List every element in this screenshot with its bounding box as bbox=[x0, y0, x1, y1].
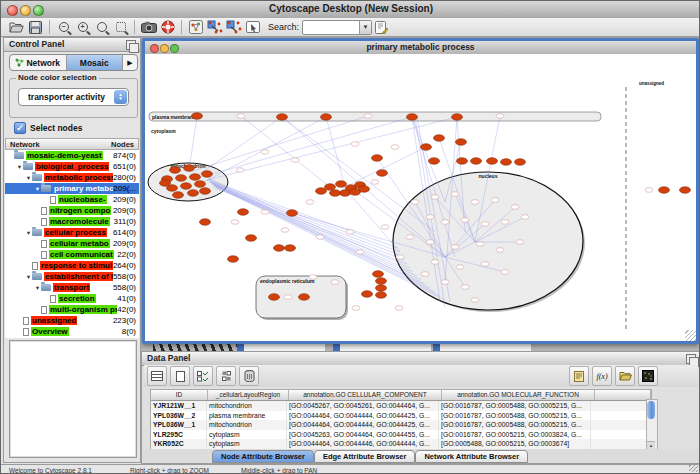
network-edge[interactable] bbox=[205, 117, 412, 176]
network-node-selected-color[interactable] bbox=[184, 165, 195, 172]
tree-row[interactable]: cell communicat22(0) bbox=[5, 249, 139, 260]
network-node[interactable] bbox=[371, 180, 379, 185]
open-file-icon[interactable] bbox=[7, 19, 26, 36]
network-node[interactable] bbox=[431, 195, 439, 200]
network-node[interactable] bbox=[516, 240, 524, 245]
network-edge[interactable] bbox=[212, 183, 417, 276]
network-node[interactable] bbox=[456, 265, 464, 270]
help-icon[interactable] bbox=[158, 19, 177, 36]
network-edge[interactable] bbox=[207, 117, 457, 180]
tab-node-attribute-browser[interactable]: Node Attribute Browser bbox=[212, 450, 314, 463]
network-edge[interactable] bbox=[345, 147, 426, 187]
network-node-selected-color[interactable] bbox=[202, 171, 213, 178]
create-attribute-icon[interactable] bbox=[170, 366, 190, 386]
view-resize-grip[interactable] bbox=[685, 330, 696, 341]
network-node-selected-color[interactable] bbox=[246, 235, 257, 242]
snapshot-icon[interactable] bbox=[139, 19, 158, 36]
search-input[interactable] bbox=[303, 22, 359, 33]
tab-network[interactable]: Network bbox=[10, 55, 67, 70]
birdseye-view[interactable] bbox=[9, 340, 137, 458]
network-node-selected-color[interactable] bbox=[299, 294, 310, 301]
network-node-selected-color[interactable] bbox=[456, 139, 467, 146]
network-node[interactable] bbox=[461, 285, 469, 290]
tree-row[interactable]: macromolecule311(0) bbox=[5, 216, 139, 227]
network-node[interactable] bbox=[364, 114, 372, 119]
network-node-selected-color[interactable] bbox=[316, 188, 327, 195]
network-node[interactable] bbox=[441, 280, 449, 285]
network-node[interactable] bbox=[521, 215, 529, 220]
network-canvas[interactable]: plasma membranecytoplasmmitochondrionnuc… bbox=[145, 54, 696, 341]
network-node[interactable] bbox=[431, 260, 439, 265]
network-node-selected-color[interactable] bbox=[274, 245, 285, 252]
network-node[interactable] bbox=[391, 145, 399, 150]
column-header[interactable]: _cellularLayoutRegion bbox=[208, 390, 289, 400]
network-node[interactable] bbox=[471, 298, 479, 303]
network-node-selected-color[interactable] bbox=[287, 210, 298, 217]
network-node[interactable] bbox=[306, 200, 314, 205]
network-node[interactable] bbox=[471, 200, 479, 205]
tree-row[interactable]: ▼cellular process614(0) bbox=[5, 227, 139, 238]
zoom-fit-icon[interactable] bbox=[111, 19, 130, 36]
network-node-selected-color[interactable] bbox=[336, 181, 347, 188]
network-node[interactable] bbox=[501, 270, 509, 275]
table-row[interactable]: YLR295Ccytoplasm[GO:0045263, GO:0044464,… bbox=[151, 430, 651, 440]
network-node[interactable] bbox=[309, 275, 317, 280]
select-nodes-checkbox[interactable]: ✓ bbox=[14, 122, 26, 134]
network-node[interactable] bbox=[291, 158, 299, 163]
float-panel-icon[interactable] bbox=[126, 40, 136, 50]
apply-layout-alt-icon[interactable] bbox=[224, 19, 243, 36]
network-node-selected-color[interactable] bbox=[200, 188, 211, 195]
network-node-selected-color[interactable] bbox=[377, 170, 388, 177]
network-node[interactable] bbox=[411, 200, 419, 205]
network-node-selected-color[interactable] bbox=[181, 183, 192, 190]
network-node-selected-color[interactable] bbox=[501, 159, 512, 166]
network-node-selected-color[interactable] bbox=[429, 158, 440, 165]
network-node[interactable] bbox=[396, 255, 404, 260]
network-node[interactable] bbox=[236, 168, 244, 173]
attribute-batch-icon[interactable] bbox=[193, 366, 213, 386]
edit-search-icon[interactable] bbox=[372, 19, 391, 36]
table-row[interactable]: YPL036W__1mitochondrion[GO:0044464, GO:0… bbox=[151, 420, 651, 430]
table-row[interactable]: YJR121W__1mitochondrion[GO:0045267, GO:0… bbox=[151, 401, 651, 411]
network-node-selected-color[interactable] bbox=[285, 245, 296, 252]
column-header[interactable]: annotation.GO CELLULAR_COMPONENT bbox=[289, 390, 442, 400]
network-node-selected-color[interactable] bbox=[228, 256, 239, 263]
network-node[interactable] bbox=[231, 220, 239, 225]
more-tabs-arrow-icon[interactable]: ▶ bbox=[123, 55, 137, 70]
network-node-selected-color[interactable] bbox=[659, 187, 670, 194]
network-node[interactable] bbox=[406, 235, 414, 240]
tab-mosaic[interactable]: Mosaic bbox=[67, 55, 124, 70]
network-node-selected-color[interactable] bbox=[487, 158, 498, 165]
tree-row[interactable]: mosaic-demo-yeast874(0) bbox=[5, 150, 139, 161]
network-node[interactable] bbox=[261, 150, 269, 155]
tree-row[interactable]: cellular metabo209(0) bbox=[5, 238, 139, 249]
network-node[interactable] bbox=[351, 142, 359, 147]
search-combobox[interactable]: ▼ bbox=[302, 20, 372, 35]
expand-arrow-icon[interactable]: ▼ bbox=[34, 186, 41, 192]
network-node-selected-color[interactable] bbox=[200, 219, 211, 226]
network-node-selected-color[interactable] bbox=[452, 114, 463, 121]
network-node[interactable] bbox=[461, 218, 469, 223]
network-node[interactable] bbox=[496, 114, 504, 119]
network-node[interactable] bbox=[451, 192, 459, 197]
tab-edge-attribute-browser[interactable]: Edge Attribute Browser bbox=[314, 450, 415, 463]
tree-row[interactable]: ▼transport558(0) bbox=[5, 282, 139, 293]
app-resize-grip[interactable] bbox=[689, 463, 698, 472]
notes-icon[interactable] bbox=[569, 366, 589, 386]
expand-arrow-icon[interactable]: ▼ bbox=[25, 274, 32, 280]
tree-row[interactable]: nitrogen compo209(0) bbox=[5, 205, 139, 216]
tree-row[interactable]: Overview8(0) bbox=[5, 326, 139, 337]
select-attributes-icon[interactable] bbox=[147, 366, 167, 386]
network-edge[interactable] bbox=[189, 116, 368, 172]
zoom-selected-region-icon[interactable] bbox=[92, 19, 111, 36]
network-node[interactable] bbox=[426, 215, 434, 220]
network-node[interactable] bbox=[346, 230, 354, 235]
float-panel-icon[interactable] bbox=[686, 354, 696, 364]
network-node-selected-color[interactable] bbox=[376, 285, 387, 292]
network-node[interactable] bbox=[496, 248, 504, 253]
network-node-selected-color[interactable] bbox=[188, 190, 199, 197]
network-node-selected-color[interactable] bbox=[376, 278, 387, 285]
annotation-icon[interactable] bbox=[243, 19, 262, 36]
network-node-selected-color[interactable] bbox=[321, 114, 332, 121]
network-node-selected-color[interactable] bbox=[407, 114, 418, 121]
